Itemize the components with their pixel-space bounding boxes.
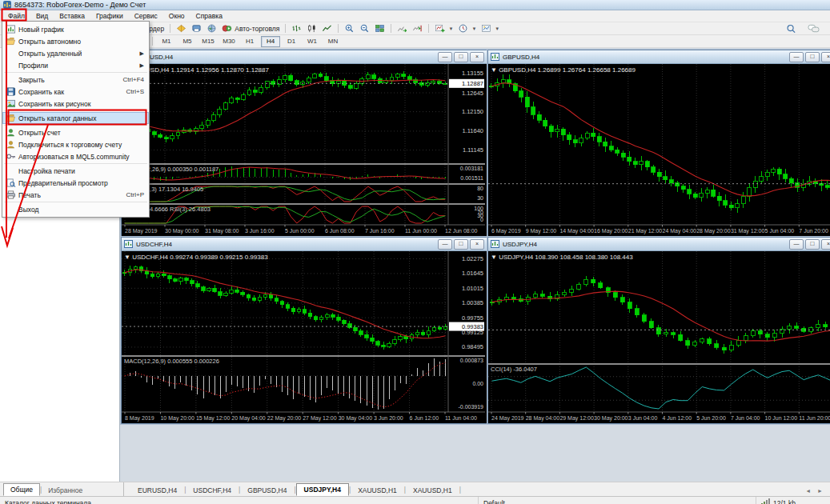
file-menu-item-17[interactable]: ПечатьCtrl+P (2, 189, 149, 201)
file-menu-item-19[interactable]: Выход (2, 203, 149, 215)
svg-text:3 Jun 20:00: 3 Jun 20:00 (374, 415, 403, 421)
menu-insert[interactable]: Вставка (54, 11, 90, 21)
file-menu-item-16[interactable]: Предварительный просмотр (2, 177, 149, 189)
indicators-button[interactable]: ▼ (432, 23, 455, 34)
autoscroll-button[interactable] (395, 23, 410, 34)
folder-icon (6, 114, 16, 122)
news-button[interactable] (204, 23, 219, 34)
period-button-m15[interactable]: M15 (198, 36, 218, 47)
market-watch-tabs: Общие|Избранное (0, 482, 124, 496)
minimize-button[interactable]: — (438, 239, 452, 250)
chart-canvas-usdchf[interactable]: 1.022751.016451.010151.003850.997550.991… (122, 251, 487, 422)
chart-canvas-eurusd[interactable]: 1.131551.126451.121501.116401.111451.128… (122, 64, 487, 235)
chart-tab-xauusd-h1[interactable]: XAUUSD,H1 (351, 485, 404, 496)
period-button-m1[interactable]: M1 (157, 36, 176, 47)
chart-shift-button[interactable] (410, 23, 425, 34)
maximize-button[interactable]: □ (454, 239, 468, 250)
menu-item-shortcut: Ctrl+S (126, 88, 144, 95)
period-button-h1[interactable]: H1 (240, 36, 259, 47)
file-menu-item-7[interactable]: Сохранить как рисунок (2, 98, 149, 110)
tab-scroll-arrows[interactable]: ◄ ► (805, 488, 825, 494)
file-menu-item-1[interactable]: Открыть автономно (2, 35, 149, 47)
bar-chart-button[interactable] (289, 23, 304, 34)
period-button-w1[interactable]: W1 (303, 36, 322, 47)
maximize-button[interactable]: □ (805, 239, 820, 250)
file-menu-item-13[interactable]: Авторизоваться в MQL5.community (2, 150, 149, 162)
file-menu-item-5[interactable]: ЗакрытьCtrl+F4 (2, 74, 149, 86)
maximize-button[interactable]: □ (805, 52, 820, 62)
menu-view[interactable]: Вид (30, 11, 54, 21)
status-connection: 12/1 kb (756, 498, 830, 504)
menu-tools[interactable]: Сервис (129, 11, 163, 21)
file-menu-item-6[interactable]: Сохранить какCtrl+S (2, 86, 149, 98)
period-button-h4[interactable]: H4 (261, 36, 280, 47)
svg-text:3 Jun 04:00: 3 Jun 04:00 (628, 415, 658, 421)
maximize-button[interactable]: □ (454, 52, 468, 62)
menu-charts[interactable]: Графики (90, 11, 129, 21)
period-button-m5[interactable]: M5 (178, 36, 197, 47)
file-menu-item-3[interactable]: Профили▶ (2, 59, 149, 71)
autotrading-button[interactable]: Авто-торговля (219, 23, 282, 34)
period-button-m30[interactable]: M30 (219, 36, 239, 47)
chart-canvas-usdjpy[interactable]: CCI(14) -36.040724 May 201928 May 04:002… (488, 251, 830, 422)
chart-window-titlebar[interactable]: GBPUSD,H4—□× (488, 50, 830, 64)
svg-text:28 May 20:00: 28 May 20:00 (696, 228, 731, 234)
chart-tab-usdjpy-h4[interactable]: USDJPY,H4 (296, 483, 349, 496)
chart-window-titlebar[interactable]: USDJPY,H4—□× (488, 238, 830, 251)
window-titlebar[interactable]: 8654373: RoboForex-Demo - Демо Счет (0, 0, 830, 10)
chat-button[interactable] (805, 23, 822, 34)
toolbar-separator (285, 24, 286, 33)
line-chart-button[interactable] (319, 23, 335, 34)
file-menu-item-0[interactable]: Новый график (2, 23, 149, 35)
period-button-mn[interactable]: MN (323, 36, 343, 47)
file-menu-item-9[interactable]: Открыть каталог данных (2, 112, 149, 124)
market-watch-tab-0[interactable]: Общие (3, 483, 40, 496)
search-button[interactable] (784, 23, 799, 34)
svg-text:0: 0 (480, 217, 483, 222)
status-profile[interactable]: Default (479, 497, 756, 504)
status-hint: Каталог данных терминала (0, 497, 479, 504)
chart-tab-eurusd-h4[interactable]: EURUSD,H4 (130, 485, 184, 496)
metaeditor-button[interactable] (174, 23, 189, 34)
file-menu-item-11[interactable]: Открыть счет (2, 126, 149, 138)
file-menu-item-15[interactable]: Настройка печати (2, 165, 149, 177)
minimize-button[interactable]: — (789, 52, 804, 62)
svg-text:1.12887: 1.12887 (462, 80, 483, 87)
chart-window-usdchf: USDCHF,H4—□×1.022751.016451.010151.00385… (121, 237, 487, 424)
menu-file[interactable]: Файл (2, 11, 30, 21)
market-watch-tab-1[interactable]: Избранное (42, 485, 89, 496)
close-button[interactable]: × (821, 239, 830, 250)
chart-window-titlebar[interactable]: EURUSD,H4—□× (122, 50, 487, 64)
toolbar-separator (428, 24, 429, 33)
close-button[interactable]: × (821, 52, 830, 62)
menu-window[interactable]: Окно (163, 11, 190, 21)
chart-canvas-gbpusd[interactable]: 6 May 20199 May 12:0014 May 04:0016 May … (488, 64, 830, 235)
tile-windows-button[interactable] (372, 23, 387, 34)
chart-window-titlebar[interactable]: USDCHF,H4—□× (122, 238, 487, 251)
close-button[interactable]: × (470, 239, 484, 250)
minimize-button[interactable]: — (789, 239, 804, 250)
dropdown-arrow-icon: ▼ (448, 26, 453, 31)
svg-text:5 Jun 00:00: 5 Jun 00:00 (285, 228, 315, 234)
periods-button[interactable]: ▼ (455, 23, 479, 34)
period-button-d1[interactable]: D1 (282, 36, 301, 47)
chart-tab-xauusd-h1[interactable]: XAUUSD,H1 (406, 485, 459, 496)
minimize-button[interactable]: — (438, 52, 452, 62)
candlestick-chart-button[interactable] (304, 23, 319, 34)
svg-text:1.11640: 1.11640 (462, 127, 483, 134)
chart-tab-gbpusd-h4[interactable]: GBPUSD,H4 (240, 485, 294, 496)
file-menu-item-2[interactable]: Открыть удаленный▶ (2, 47, 149, 59)
menu-help[interactable]: Справка (190, 11, 228, 21)
svg-text:CCI(14) -36.0407: CCI(14) -36.0407 (491, 366, 537, 373)
zoom-out-button[interactable] (357, 23, 372, 34)
zoom-in-button[interactable] (342, 23, 357, 34)
menu-item-label: Выход (18, 206, 144, 214)
chart-tab-usdchf-h4[interactable]: USDCHF,H4 (186, 485, 239, 496)
autoscroll-icon (397, 24, 407, 33)
templates-button[interactable]: ▼ (479, 23, 502, 34)
close-button[interactable]: × (470, 52, 484, 62)
printer-icon (6, 190, 16, 199)
toolbar-separator (391, 24, 391, 33)
print-button[interactable] (189, 23, 204, 34)
file-menu-item-12[interactable]: Подключиться к торговому счету (2, 138, 149, 150)
